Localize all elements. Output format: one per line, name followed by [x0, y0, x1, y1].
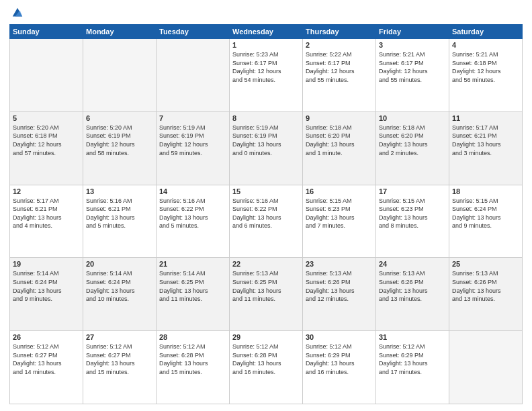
- day-number: 15: [232, 187, 300, 195]
- day-info: Sunrise: 5:13 AM Sunset: 6:25 PM Dayligh…: [232, 269, 300, 303]
- day-cell: [10, 39, 83, 112]
- day-cell: [83, 39, 157, 112]
- day-number: 24: [379, 260, 446, 268]
- col-header-sunday: Sunday: [10, 25, 83, 39]
- day-number: 2: [306, 41, 373, 49]
- day-number: 14: [159, 187, 226, 195]
- day-info: Sunrise: 5:15 AM Sunset: 6:23 PM Dayligh…: [379, 197, 446, 230]
- day-cell: 26Sunrise: 5:12 AM Sunset: 6:27 PM Dayli…: [10, 331, 83, 404]
- day-number: 18: [452, 187, 519, 195]
- day-info: Sunrise: 5:12 AM Sunset: 6:29 PM Dayligh…: [379, 342, 446, 376]
- day-number: 6: [86, 114, 153, 122]
- day-info: Sunrise: 5:12 AM Sunset: 6:27 PM Dayligh…: [13, 342, 80, 376]
- day-cell: 29Sunrise: 5:12 AM Sunset: 6:28 PM Dayli…: [230, 331, 303, 404]
- day-number: 25: [452, 260, 519, 268]
- day-cell: 17Sunrise: 5:15 AM Sunset: 6:23 PM Dayli…: [376, 185, 449, 258]
- calendar-table: SundayMondayTuesdayWednesdayThursdayFrid…: [9, 24, 523, 404]
- day-info: Sunrise: 5:14 AM Sunset: 6:24 PM Dayligh…: [13, 269, 80, 303]
- day-number: 13: [86, 187, 153, 195]
- day-cell: [449, 331, 523, 404]
- day-info: Sunrise: 5:23 AM Sunset: 6:17 PM Dayligh…: [232, 50, 300, 84]
- day-info: Sunrise: 5:14 AM Sunset: 6:25 PM Dayligh…: [159, 269, 226, 303]
- day-cell: 30Sunrise: 5:12 AM Sunset: 6:29 PM Dayli…: [303, 331, 376, 404]
- day-info: Sunrise: 5:13 AM Sunset: 6:26 PM Dayligh…: [379, 269, 446, 303]
- day-cell: 5Sunrise: 5:20 AM Sunset: 6:18 PM Daylig…: [10, 111, 83, 185]
- day-number: 28: [159, 333, 226, 341]
- day-cell: 31Sunrise: 5:12 AM Sunset: 6:29 PM Dayli…: [376, 331, 449, 404]
- day-cell: [157, 39, 230, 112]
- day-info: Sunrise: 5:16 AM Sunset: 6:21 PM Dayligh…: [86, 197, 153, 230]
- day-number: 4: [452, 41, 519, 49]
- day-info: Sunrise: 5:21 AM Sunset: 6:17 PM Dayligh…: [379, 50, 446, 84]
- day-cell: 11Sunrise: 5:17 AM Sunset: 6:21 PM Dayli…: [449, 111, 523, 185]
- day-info: Sunrise: 5:19 AM Sunset: 6:19 PM Dayligh…: [159, 124, 226, 157]
- day-cell: 12Sunrise: 5:17 AM Sunset: 6:21 PM Dayli…: [10, 185, 83, 258]
- day-cell: 15Sunrise: 5:16 AM Sunset: 6:22 PM Dayli…: [230, 185, 303, 258]
- day-number: 17: [379, 187, 446, 195]
- day-info: Sunrise: 5:17 AM Sunset: 6:21 PM Dayligh…: [13, 197, 80, 230]
- day-info: Sunrise: 5:13 AM Sunset: 6:26 PM Dayligh…: [452, 269, 519, 303]
- day-info: Sunrise: 5:12 AM Sunset: 6:29 PM Dayligh…: [306, 342, 373, 376]
- week-row-4: 26Sunrise: 5:12 AM Sunset: 6:27 PM Dayli…: [10, 331, 523, 404]
- day-info: Sunrise: 5:15 AM Sunset: 6:23 PM Dayligh…: [306, 197, 373, 230]
- day-number: 10: [379, 114, 446, 122]
- col-header-tuesday: Tuesday: [157, 25, 230, 39]
- day-cell: 21Sunrise: 5:14 AM Sunset: 6:25 PM Dayli…: [157, 258, 230, 331]
- day-number: 29: [232, 333, 300, 341]
- day-info: Sunrise: 5:16 AM Sunset: 6:22 PM Dayligh…: [232, 197, 300, 230]
- day-number: 8: [232, 114, 300, 122]
- day-cell: 14Sunrise: 5:16 AM Sunset: 6:22 PM Dayli…: [157, 185, 230, 258]
- day-cell: 7Sunrise: 5:19 AM Sunset: 6:19 PM Daylig…: [157, 111, 230, 185]
- week-row-3: 19Sunrise: 5:14 AM Sunset: 6:24 PM Dayli…: [10, 258, 523, 331]
- day-number: 11: [452, 114, 519, 122]
- day-cell: 6Sunrise: 5:20 AM Sunset: 6:19 PM Daylig…: [83, 111, 157, 185]
- day-cell: 8Sunrise: 5:19 AM Sunset: 6:19 PM Daylig…: [230, 111, 303, 185]
- day-number: 16: [306, 187, 373, 195]
- day-number: 12: [13, 187, 80, 195]
- day-cell: 1Sunrise: 5:23 AM Sunset: 6:17 PM Daylig…: [230, 39, 303, 112]
- day-number: 31: [379, 333, 446, 341]
- day-info: Sunrise: 5:14 AM Sunset: 6:24 PM Dayligh…: [86, 269, 153, 303]
- day-cell: 4Sunrise: 5:21 AM Sunset: 6:18 PM Daylig…: [449, 39, 523, 112]
- day-number: 9: [306, 114, 373, 122]
- day-cell: 19Sunrise: 5:14 AM Sunset: 6:24 PM Dayli…: [10, 258, 83, 331]
- day-number: 19: [13, 260, 80, 268]
- col-header-wednesday: Wednesday: [230, 25, 303, 39]
- day-number: 30: [306, 333, 373, 341]
- day-info: Sunrise: 5:15 AM Sunset: 6:24 PM Dayligh…: [452, 197, 519, 230]
- col-header-monday: Monday: [83, 25, 157, 39]
- day-info: Sunrise: 5:12 AM Sunset: 6:27 PM Dayligh…: [86, 342, 153, 376]
- calendar-header-row: SundayMondayTuesdayWednesdayThursdayFrid…: [10, 25, 523, 39]
- day-info: Sunrise: 5:18 AM Sunset: 6:20 PM Dayligh…: [306, 124, 373, 157]
- day-cell: 28Sunrise: 5:12 AM Sunset: 6:28 PM Dayli…: [157, 331, 230, 404]
- day-info: Sunrise: 5:16 AM Sunset: 6:22 PM Dayligh…: [159, 197, 226, 230]
- day-cell: 10Sunrise: 5:18 AM Sunset: 6:20 PM Dayli…: [376, 111, 449, 185]
- page: SundayMondayTuesdayWednesdayThursdayFrid…: [0, 0, 532, 411]
- day-number: 20: [86, 260, 153, 268]
- day-info: Sunrise: 5:21 AM Sunset: 6:18 PM Dayligh…: [452, 50, 519, 84]
- day-number: 22: [232, 260, 300, 268]
- week-row-1: 5Sunrise: 5:20 AM Sunset: 6:18 PM Daylig…: [10, 111, 523, 185]
- logo-icon: [11, 7, 24, 19]
- logo: [9, 7, 24, 19]
- day-number: 7: [159, 114, 226, 122]
- day-cell: 22Sunrise: 5:13 AM Sunset: 6:25 PM Dayli…: [230, 258, 303, 331]
- day-cell: 13Sunrise: 5:16 AM Sunset: 6:21 PM Dayli…: [83, 185, 157, 258]
- day-cell: 18Sunrise: 5:15 AM Sunset: 6:24 PM Dayli…: [449, 185, 523, 258]
- day-info: Sunrise: 5:12 AM Sunset: 6:28 PM Dayligh…: [232, 342, 300, 376]
- day-number: 26: [13, 333, 80, 341]
- day-info: Sunrise: 5:12 AM Sunset: 6:28 PM Dayligh…: [159, 342, 226, 376]
- day-info: Sunrise: 5:13 AM Sunset: 6:26 PM Dayligh…: [306, 269, 373, 303]
- day-info: Sunrise: 5:20 AM Sunset: 6:18 PM Dayligh…: [13, 124, 80, 157]
- day-info: Sunrise: 5:17 AM Sunset: 6:21 PM Dayligh…: [452, 124, 519, 157]
- day-info: Sunrise: 5:20 AM Sunset: 6:19 PM Dayligh…: [86, 124, 153, 157]
- day-cell: 2Sunrise: 5:22 AM Sunset: 6:17 PM Daylig…: [303, 39, 376, 112]
- day-cell: 24Sunrise: 5:13 AM Sunset: 6:26 PM Dayli…: [376, 258, 449, 331]
- day-info: Sunrise: 5:18 AM Sunset: 6:20 PM Dayligh…: [379, 124, 446, 157]
- day-info: Sunrise: 5:19 AM Sunset: 6:19 PM Dayligh…: [232, 124, 300, 157]
- week-row-2: 12Sunrise: 5:17 AM Sunset: 6:21 PM Dayli…: [10, 185, 523, 258]
- day-number: 5: [13, 114, 80, 122]
- day-cell: 25Sunrise: 5:13 AM Sunset: 6:26 PM Dayli…: [449, 258, 523, 331]
- day-cell: 27Sunrise: 5:12 AM Sunset: 6:27 PM Dayli…: [83, 331, 157, 404]
- day-cell: 20Sunrise: 5:14 AM Sunset: 6:24 PM Dayli…: [83, 258, 157, 331]
